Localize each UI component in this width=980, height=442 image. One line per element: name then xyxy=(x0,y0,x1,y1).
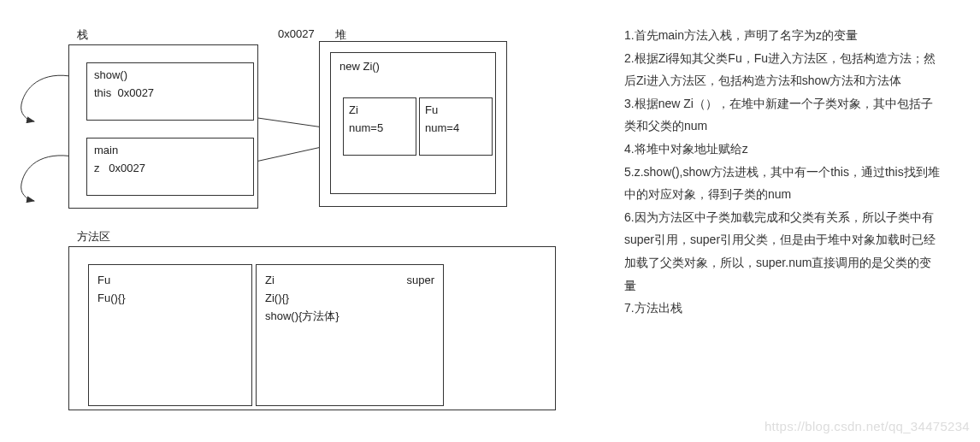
method-fu-box: Fu Fu(){} xyxy=(88,264,252,406)
heap-region: new Zi() Zi num=5 Fu num=4 xyxy=(319,41,507,207)
stack-region: show() this 0x0027 main z 0x0027 xyxy=(68,44,258,209)
stack-main-line2: z 0x0027 xyxy=(94,160,246,178)
method-zi-name: Zi xyxy=(265,272,275,290)
method-area-region: Fu Fu(){} Zi super Zi(){} show(){方法体} xyxy=(68,246,556,410)
stack-frame-main: main z 0x0027 xyxy=(86,138,254,196)
explain-line-1: 1.首先main方法入栈，声明了名字为z的变量 xyxy=(624,24,941,47)
explain-line-4: 4.将堆中对象地址赋给z xyxy=(624,138,941,161)
explain-line-5: 5.z.show(),show方法进栈，其中有一个this，通过this找到堆中… xyxy=(624,161,941,206)
heap-object: new Zi() Zi num=5 Fu num=4 xyxy=(330,52,496,194)
stack-main-line1: main xyxy=(94,142,246,160)
explain-line-3: 3.根据new Zi（），在堆中新建一个子类对象，其中包括子类和父类的num xyxy=(624,92,941,138)
heap-fu-box: Fu num=4 xyxy=(419,97,493,156)
method-area-label: 方法区 xyxy=(77,229,110,245)
method-fu-name: Fu xyxy=(97,272,243,290)
method-zi-box: Zi super Zi(){} show(){方法体} xyxy=(256,264,444,406)
method-fu-ctor: Fu(){} xyxy=(97,290,243,308)
stack-show-line2: this 0x0027 xyxy=(94,85,246,103)
method-zi-ctor: Zi(){} xyxy=(265,290,434,308)
method-zi-super: super xyxy=(406,272,434,290)
stack-show-line1: show() xyxy=(94,67,246,85)
stack-frame-show: show() this 0x0027 xyxy=(86,62,254,121)
heap-zi-box: Zi num=5 xyxy=(343,97,416,156)
explain-line-6: 6.因为方法区中子类加载完成和父类有关系，所以子类中有super引用，super… xyxy=(624,206,941,297)
explain-line-7: 7.方法出栈 xyxy=(624,297,941,320)
stack-label: 栈 xyxy=(77,27,88,43)
heap-fu-field: num=4 xyxy=(425,120,487,138)
explain-line-2: 2.根据Zi得知其父类Fu，Fu进入方法区，包括构造方法；然后Zi进入方法区，包… xyxy=(624,47,941,92)
heap-zi-name: Zi xyxy=(349,102,410,120)
explanation-text: 1.首先main方法入栈，声明了名字为z的变量 2.根据Zi得知其父类Fu，Fu… xyxy=(624,24,941,320)
heap-addr-label: 0x0027 xyxy=(278,27,315,40)
heap-zi-field: num=5 xyxy=(349,120,410,138)
method-zi-show: show(){方法体} xyxy=(265,308,434,326)
heap-fu-name: Fu xyxy=(425,102,487,120)
heap-object-title: new Zi() xyxy=(331,53,495,81)
watermark: https://blog.csdn.net/qq_34475234 xyxy=(765,419,970,433)
